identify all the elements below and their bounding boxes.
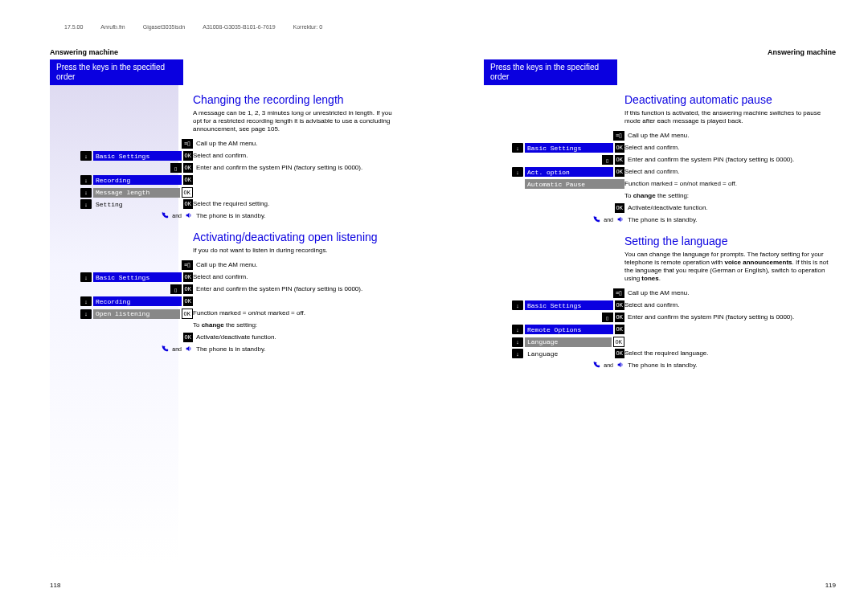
menu-item: Automatic Pause <box>525 179 624 189</box>
menu-item: Act. option <box>525 167 613 177</box>
heading-recording-length: Changing the recording length <box>193 93 402 106</box>
speaker-icon <box>616 215 624 223</box>
hdr-file: Anrufb.fm <box>100 24 125 30</box>
key-sequence: ≡▯ <box>512 288 628 298</box>
page-number-left: 118 <box>50 582 60 589</box>
page-number-right: 119 <box>825 582 836 589</box>
instruction-text: The phone is in standby. <box>628 215 836 224</box>
instruction-row: ↓Basic SettingsOKSelect and confirm. <box>80 272 402 284</box>
instruction-row: ↓Act. optionOKSelect and confirm. <box>512 167 836 178</box>
instruction-row: To change the setting: <box>512 191 836 202</box>
key-sequence: ▯OK <box>80 163 196 173</box>
down-arrow-key: ↓ <box>512 143 523 153</box>
hdr-part: A31008-G3035-B101-6-7619 <box>203 24 275 30</box>
instruction-row: ≡▯Call up the AM menu. <box>80 260 402 272</box>
instruction-row: ↓Message lengthOK <box>80 187 402 198</box>
instruction-row: ↓LanguageOKSelect the required language. <box>512 349 836 360</box>
speaker-icon <box>185 211 193 219</box>
instruction-row: andThe phone is in standby. <box>80 211 402 223</box>
menu-item-plain: Language <box>525 350 613 358</box>
down-arrow-key: ↓ <box>512 167 523 177</box>
key-sequence: ↓Basic SettingsOK <box>512 143 624 153</box>
menu-item: Language <box>525 337 612 347</box>
ok-key: OK <box>615 203 624 213</box>
instruction-text: Enter and confirm the system PIN (factor… <box>196 284 402 293</box>
instruction-row: ↓Open listeningOKFunction marked = on/no… <box>80 309 402 320</box>
instruction-text <box>193 187 402 188</box>
down-arrow-key: ↓ <box>80 272 92 282</box>
instruction-row: ↓RecordingOK <box>80 175 402 186</box>
key-sequence: ▯OK <box>512 313 628 322</box>
ok-key-outline: OK <box>182 187 193 198</box>
down-arrow-key: ↓ <box>80 199 92 209</box>
and-label: and <box>604 362 613 368</box>
key-sequence: ↓Basic SettingsOK <box>80 151 193 161</box>
key-sequence: ↓Act. optionOK <box>512 167 624 177</box>
ok-key: OK <box>615 349 624 358</box>
and-label: and <box>172 346 182 352</box>
menu-icon: ≡▯ <box>613 131 624 141</box>
key-sequence: OK <box>80 333 196 342</box>
menu-item: Message length <box>93 188 180 198</box>
ok-key-outline: OK <box>182 309 193 319</box>
handset-icon <box>592 361 600 369</box>
pin-icon: ▯ <box>170 284 182 294</box>
key-sequence: ↓SettingOK <box>80 199 193 209</box>
menu-item: Recording <box>93 296 182 306</box>
key-sequence: and <box>512 215 628 223</box>
ok-key: OK <box>183 151 193 161</box>
blue-instruction-left: Press the keys in the specified order <box>50 59 183 85</box>
instruction-row: ▯OKEnter and confirm the system PIN (fac… <box>512 313 836 324</box>
ok-key: OK <box>615 325 624 334</box>
instruction-text: To change the setting: <box>624 191 836 200</box>
hdr-korr: Korrektur: 0 <box>293 24 323 30</box>
instruction-row: ↓Basic SettingsOKSelect and confirm. <box>512 143 836 154</box>
key-sequence: ↓Basic SettingsOK <box>512 300 624 310</box>
ok-key: OK <box>183 333 193 342</box>
menu-item: Basic Settings <box>93 151 182 161</box>
intro-a: A message can be 1, 2, 3 minutes long or… <box>193 109 402 133</box>
key-sequence: ↓Remote OptionsOK <box>512 325 624 334</box>
down-arrow-key: ↓ <box>80 175 92 185</box>
handset-icon <box>161 211 169 219</box>
ok-key: OK <box>615 300 624 310</box>
ok-key: OK <box>615 155 624 165</box>
menu-icon: ≡▯ <box>182 139 193 149</box>
instruction-text: Call up the AM menu. <box>196 139 402 148</box>
menu-item: Basic Settings <box>525 300 613 310</box>
key-sequence: ↓LanguageOK <box>512 337 624 347</box>
instruction-text: The phone is in standby. <box>628 361 836 370</box>
ok-key: OK <box>615 313 624 322</box>
menu-item: Remote Options <box>525 325 613 334</box>
instruction-text: Enter and confirm the system PIN (factor… <box>628 313 836 321</box>
key-sequence: ▯OK <box>512 155 628 165</box>
instruction-row: ↓Remote OptionsOK <box>512 325 836 336</box>
instruction-text: Function marked = on/not marked = off. <box>624 179 836 188</box>
key-sequence: ↓LanguageOK <box>512 349 624 358</box>
header-left: 17.5.00 Anrufb.fm Gigaset3035isdn A31008… <box>64 24 322 30</box>
menu-item: Basic Settings <box>93 272 182 282</box>
instruction-row: ↓Basic SettingsOKSelect and confirm. <box>512 300 836 312</box>
page-right: 17.5.00 Anrufb.fm Gigaset3035isdn A31008… <box>434 0 868 613</box>
down-arrow-key: ↓ <box>512 337 523 347</box>
menu-item-plain: Setting <box>93 201 182 208</box>
down-arrow-key: ↓ <box>80 296 92 306</box>
key-sequence: OK <box>512 203 628 213</box>
instruction-text: The phone is in standby. <box>196 211 402 220</box>
key-sequence: and <box>512 361 628 369</box>
ok-key: OK <box>183 272 193 282</box>
key-sequence: and <box>80 211 196 219</box>
key-sequence: ≡▯ <box>512 131 628 141</box>
ok-key: OK <box>183 199 193 209</box>
instruction-row: To change the setting: <box>80 321 402 332</box>
pin-icon: ▯ <box>170 163 182 173</box>
instruction-text: To change the setting: <box>193 321 402 329</box>
instruction-text: Select and confirm. <box>193 272 402 281</box>
instruction-text <box>193 296 402 297</box>
key-sequence: ↓Open listeningOK <box>80 309 193 319</box>
instruction-text: Select and confirm. <box>193 151 402 160</box>
menu-icon: ≡▯ <box>613 288 624 298</box>
ok-key: OK <box>183 296 193 306</box>
instruction-text: Select and confirm. <box>624 143 836 152</box>
ok-key: OK <box>183 284 193 294</box>
